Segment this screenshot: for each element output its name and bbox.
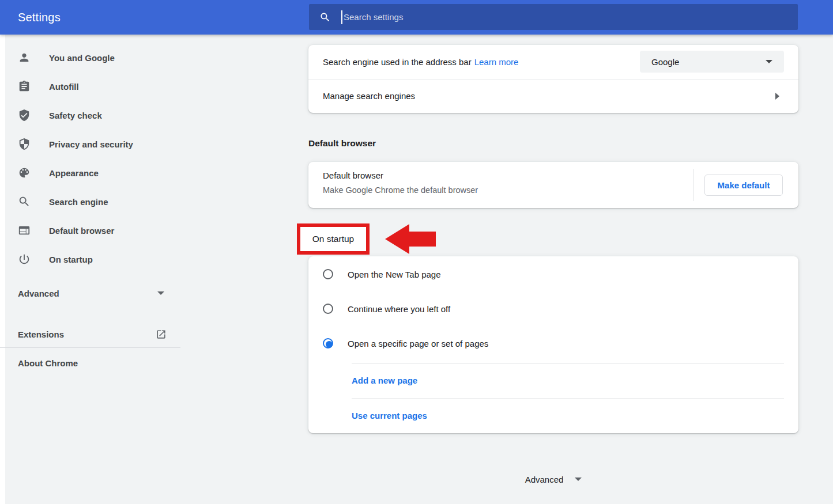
radio-option-label: Open a specific page or set of pages [348,339,488,348]
clipboard-icon [18,80,31,93]
radio-button[interactable] [323,304,333,314]
sidebar-item-extensions[interactable]: Extensions [0,320,180,348]
chevron-down-icon [575,478,582,481]
sidebar-about-label: About Chrome [18,358,78,368]
vertical-divider [693,169,693,201]
arrow-head [385,224,409,254]
add-new-page-link[interactable]: Add a new page [352,376,417,385]
default-browser-card: Default browser Make Google Chrome the d… [308,162,798,208]
shield-check-icon [18,109,31,122]
search-engine-select[interactable]: Google [640,51,784,73]
address-bar-engine-label: Search engine used in the address bar [323,57,472,67]
chevron-down-icon [157,291,164,295]
search-icon [319,12,331,23]
manage-search-engines-row[interactable]: Manage search engines [308,79,798,112]
sidebar-item-label: You and Google [49,53,115,63]
sidebar-item-label: Safety check [49,111,102,120]
radio-option-label: Open the New Tab page [348,270,441,279]
sidebar-item-label: Privacy and security [49,139,133,149]
annotation-red-arrow [385,224,436,254]
dropdown-arrow-icon [766,60,772,63]
sidebar-item-safety-check[interactable]: Safety check [0,101,190,130]
sidebar-advanced-label: Advanced [18,289,59,298]
default-browser-heading: Default browser [308,138,376,149]
sidebar-item-search-engine[interactable]: Search engine [0,187,190,216]
sidebar-item-on-startup[interactable]: On startup [0,245,190,274]
make-default-button[interactable]: Make default [704,175,783,196]
header-bar: Settings [0,0,833,35]
selected-engine-value: Google [651,57,766,67]
sidebar-item-label: Default browser [49,226,114,236]
text-caret [341,10,342,24]
sidebar-item-autofill[interactable]: Autofill [0,72,190,101]
default-browser-card-title: Default browser [323,170,383,180]
on-startup-heading: On startup [312,234,354,244]
radio-option-specific-pages[interactable]: Open a specific page or set of pages [308,326,798,361]
person-icon [18,51,31,64]
sidebar-item-default-browser[interactable]: Default browser [0,216,190,245]
on-startup-card: Open the New Tab page Continue where you… [308,256,798,433]
advanced-toggle-label: Advanced [525,475,564,484]
annotation-red-rectangle: On startup [297,223,370,255]
learn-more-link[interactable]: Learn more [474,57,519,67]
sidebar-item-you-and-google[interactable]: You and Google [0,43,190,72]
sidebar-item-label: Autofill [49,82,79,92]
palette-icon [18,166,31,179]
external-link-icon [156,329,167,340]
search-input[interactable] [344,12,798,22]
sidebar-advanced-toggle[interactable]: Advanced [0,279,180,308]
chevron-right-icon [775,93,779,100]
sidebar-item-about-chrome[interactable]: About Chrome [0,348,180,377]
sidebar-item-label: Search engine [49,197,108,207]
browser-window-icon [18,224,31,237]
radio-option-new-tab[interactable]: Open the New Tab page [308,257,798,291]
radio-button[interactable] [323,269,333,279]
arrow-shaft [409,232,436,247]
page-title: Settings [18,0,61,35]
manage-search-engines-label: Manage search engines [323,91,415,101]
sidebar: You and Google Autofill Safety check Pri… [0,35,190,504]
use-current-pages-link[interactable]: Use current pages [352,411,427,420]
card-divider [352,398,784,399]
settings-search-box[interactable] [309,4,798,30]
sidebar-item-label: On startup [49,255,93,264]
radio-option-label: Continue where you left off [348,304,450,314]
sidebar-item-appearance[interactable]: Appearance [0,158,190,187]
search-engine-card: Search engine used in the address bar Le… [308,45,798,113]
power-icon [18,253,31,266]
sidebar-item-privacy-and-security[interactable]: Privacy and security [0,130,190,158]
radio-option-continue[interactable]: Continue where you left off [308,291,798,326]
card-divider [352,363,784,364]
sidebar-extensions-label: Extensions [18,329,64,339]
advanced-section-toggle[interactable]: Advanced [308,472,798,486]
address-bar-engine-row: Search engine used in the address bar Le… [308,45,798,79]
magnifier-icon [18,195,31,208]
default-browser-card-subtitle: Make Google Chrome the default browser [323,185,478,195]
sidebar-item-label: Appearance [49,168,99,178]
shield-half-icon [18,138,31,150]
radio-button[interactable] [323,338,333,348]
